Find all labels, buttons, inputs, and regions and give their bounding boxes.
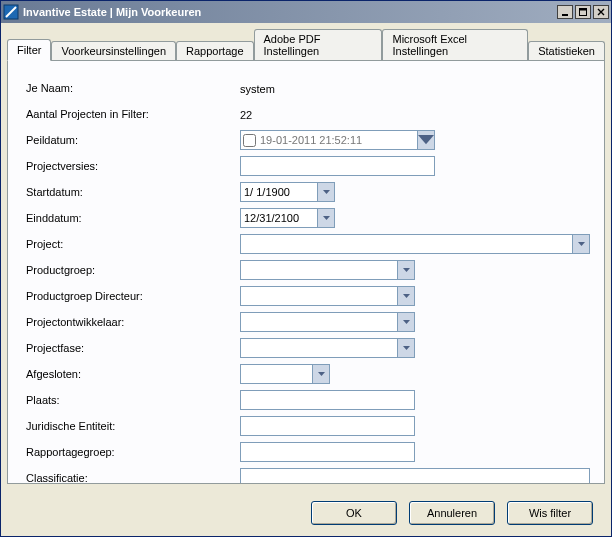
tab-rapportage[interactable]: Rapportage xyxy=(176,41,254,60)
tab-statistieken[interactable]: Statistieken xyxy=(528,41,605,60)
plaats-input[interactable] xyxy=(240,390,415,410)
projectontwikkelaar-text xyxy=(241,313,397,331)
label-productgroep-directeur: Productgroep Directeur: xyxy=(22,290,240,302)
window-controls xyxy=(557,5,611,19)
peildatum-datetime-picker[interactable]: 19-01-2011 21:52:11 xyxy=(240,130,435,150)
chevron-down-icon[interactable] xyxy=(397,261,414,279)
tab-excel[interactable]: Microsoft Excel Instellingen xyxy=(382,29,528,60)
close-button[interactable] xyxy=(593,5,609,19)
productgroep-text xyxy=(241,261,397,279)
tabstrip: Filter Voorkeursinstellingen Rapportage … xyxy=(1,23,611,60)
value-je-naam: system xyxy=(240,82,590,95)
label-peildatum: Peildatum: xyxy=(22,134,240,146)
chevron-down-icon[interactable] xyxy=(312,365,329,383)
window-title: Invantive Estate | Mijn Voorkeuren xyxy=(23,6,557,18)
svg-rect-1 xyxy=(562,14,568,16)
ok-button[interactable]: OK xyxy=(311,501,397,525)
projectversies-input[interactable] xyxy=(240,156,435,176)
einddatum-text: 12/31/2100 xyxy=(241,209,317,227)
tab-content-filter: Je Naam: system Aantal Projecten in Filt… xyxy=(7,60,605,484)
productgroep-directeur-text xyxy=(241,287,397,305)
project-combo[interactable] xyxy=(240,234,590,254)
productgroep-combo[interactable] xyxy=(240,260,415,280)
label-einddatum: Einddatum: xyxy=(22,212,240,224)
juridische-input[interactable] xyxy=(240,416,415,436)
einddatum-date-picker[interactable]: 12/31/2100 xyxy=(240,208,335,228)
label-classificatie: Classificatie: xyxy=(22,472,240,484)
label-project: Project: xyxy=(22,238,240,250)
titlebar: Invantive Estate | Mijn Voorkeuren xyxy=(1,1,611,23)
value-aantal: 22 xyxy=(240,108,590,121)
tab-filter[interactable]: Filter xyxy=(7,39,51,61)
chevron-down-icon[interactable] xyxy=(317,183,334,201)
svg-rect-3 xyxy=(580,9,587,11)
label-productgroep: Productgroep: xyxy=(22,264,240,276)
preferences-window: Invantive Estate | Mijn Voorkeuren Filte… xyxy=(0,0,612,537)
label-projectontwikkelaar: Projectontwikkelaar: xyxy=(22,316,240,328)
peildatum-text: 19-01-2011 21:52:11 xyxy=(260,134,417,146)
minimize-button[interactable] xyxy=(557,5,573,19)
chevron-down-icon[interactable] xyxy=(397,287,414,305)
chevron-down-icon[interactable] xyxy=(397,339,414,357)
tab-voorkeursinstellingen[interactable]: Voorkeursinstellingen xyxy=(51,41,176,60)
chevron-down-icon[interactable] xyxy=(572,235,589,253)
projectontwikkelaar-combo[interactable] xyxy=(240,312,415,332)
projectfase-combo[interactable] xyxy=(240,338,415,358)
button-bar: OK Annuleren Wis filter xyxy=(1,490,611,536)
afgesloten-text xyxy=(241,365,312,383)
label-aantal: Aantal Projecten in Filter: xyxy=(22,108,240,120)
wis-filter-button[interactable]: Wis filter xyxy=(507,501,593,525)
label-juridische: Juridische Entiteit: xyxy=(22,420,240,432)
projectfase-text xyxy=(241,339,397,357)
app-icon xyxy=(3,4,19,20)
chevron-down-icon[interactable] xyxy=(417,131,434,149)
project-text xyxy=(241,235,572,253)
classificatie-input[interactable] xyxy=(240,468,590,484)
maximize-button[interactable] xyxy=(575,5,591,19)
productgroep-directeur-combo[interactable] xyxy=(240,286,415,306)
annuleren-button[interactable]: Annuleren xyxy=(409,501,495,525)
label-afgesloten: Afgesloten: xyxy=(22,368,240,380)
label-projectfase: Projectfase: xyxy=(22,342,240,354)
label-plaats: Plaats: xyxy=(22,394,240,406)
chevron-down-icon[interactable] xyxy=(317,209,334,227)
label-je-naam: Je Naam: xyxy=(22,82,240,94)
afgesloten-combo[interactable] xyxy=(240,364,330,384)
label-startdatum: Startdatum: xyxy=(22,186,240,198)
label-rapportagegroep: Rapportagegroep: xyxy=(22,446,240,458)
peildatum-checkbox[interactable] xyxy=(243,134,256,147)
startdatum-date-picker[interactable]: 1/ 1/1900 xyxy=(240,182,335,202)
chevron-down-icon[interactable] xyxy=(397,313,414,331)
tab-pdf[interactable]: Adobe PDF Instellingen xyxy=(254,29,383,60)
label-projectversies: Projectversies: xyxy=(22,160,240,172)
startdatum-text: 1/ 1/1900 xyxy=(241,183,317,201)
rapportagegroep-input[interactable] xyxy=(240,442,415,462)
